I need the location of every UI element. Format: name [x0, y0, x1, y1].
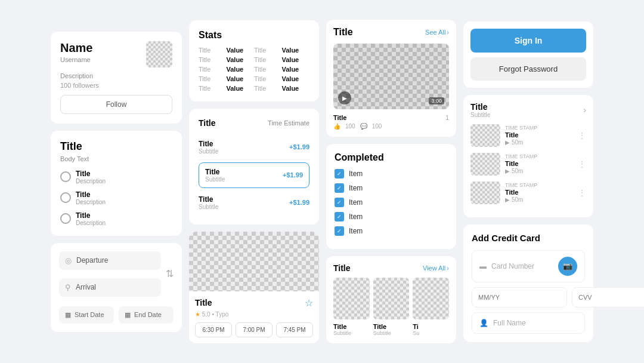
title-card-heading: Title [60, 140, 172, 153]
swap-button[interactable]: ⇅ [166, 268, 174, 279]
stat-label: Title [199, 56, 227, 63]
stats-grid: Title Value Title Value Title Value Titl… [199, 47, 309, 92]
arrival-label: Arrival [76, 283, 96, 291]
comment-count: 100 [372, 123, 382, 130]
person-icon: 👤 [479, 319, 488, 327]
play-icon-1: ▶ [505, 139, 510, 146]
check-item-3[interactable]: ✓ Item [335, 198, 448, 207]
view-all-link[interactable]: View All › [423, 264, 449, 272]
mm-yy-input[interactable] [472, 287, 567, 307]
title-card-body: Body Text [60, 155, 172, 162]
price-list-card: Title Time Estimate Title Subtitle +$1.9… [189, 109, 319, 224]
gallery-thumb-2[interactable] [373, 278, 410, 319]
card-number-row: ▬ Card Number 📷 [472, 250, 585, 282]
check-item-4[interactable]: ✓ Item [335, 212, 448, 222]
check-label-3: Item [349, 198, 363, 207]
video-thumbnail[interactable]: ▶ 3:00 [333, 44, 449, 109]
duration-1: ▶ 50m [505, 139, 573, 146]
checkbox-5: ✓ [335, 226, 344, 236]
stats-title: Stats [199, 30, 309, 41]
checkbox-3: ✓ [335, 198, 344, 207]
radio-item-3[interactable]: Title Description [60, 211, 172, 226]
profile-card: Name Username Description 100 followers … [51, 32, 182, 124]
time-slot-3[interactable]: 7:45 PM [276, 322, 313, 337]
chevron-right-icon-2: › [447, 264, 449, 272]
price-item-sub-3: Subtitle [199, 204, 218, 210]
content-item-2[interactable]: TIME STAMP Title ▶ 50m ⋮ [470, 153, 586, 176]
gallery-item-3: Ti Su [413, 323, 449, 336]
profile-followers: 100 followers [60, 82, 172, 89]
restaurant-rating: 5.0 [202, 311, 210, 318]
radio-item-1[interactable]: Title Description [60, 170, 172, 184]
price-item-title-2: Title [205, 168, 225, 176]
star-icon: ★ [195, 311, 200, 318]
check-item-5[interactable]: ✓ Item [335, 226, 448, 236]
timestamp-1: TIME STAMP [505, 125, 573, 131]
stat-value: Value [282, 47, 310, 54]
profile-username: Username [60, 56, 92, 63]
time-slot-2[interactable]: 7:00 PM [236, 322, 273, 337]
checkbox-1: ✓ [335, 169, 344, 179]
profile-name: Name [60, 41, 92, 55]
gallery-thumb-3[interactable] [413, 278, 449, 319]
more-icon-1[interactable]: ⋮ [578, 131, 586, 140]
checkbox-4: ✓ [335, 212, 344, 222]
departure-field[interactable]: ◎ Departure [59, 251, 161, 270]
sign-in-button[interactable]: Sign In [470, 29, 586, 53]
stat-value: Value [227, 56, 255, 63]
price-item-sub-2: Subtitle [205, 176, 225, 183]
comment-icon: 💬 [360, 123, 367, 130]
play-button[interactable]: ▶ [338, 91, 351, 104]
gallery-thumb-1[interactable] [333, 278, 370, 319]
follow-button[interactable]: Follow [60, 95, 172, 114]
restaurant-image [189, 232, 319, 291]
forgot-password-button[interactable]: Forgot Password [470, 57, 586, 81]
more-icon-3[interactable]: ⋮ [578, 188, 586, 198]
column-3: Title See All › ▶ 3:00 Title 👍 100 💬 100… [326, 20, 456, 343]
content-item-1[interactable]: TIME STAMP Title ▶ 50m ⋮ [470, 124, 586, 147]
check-label-1: Item [349, 170, 363, 178]
departure-label: Departure [76, 256, 108, 264]
check-item-2[interactable]: ✓ Item [335, 183, 448, 193]
more-icon-2[interactable]: ⋮ [578, 159, 586, 169]
price-tag-1: +$1.99 [289, 143, 309, 150]
see-all-link[interactable]: See All › [425, 29, 449, 36]
stat-label: Title [199, 75, 227, 82]
radio-item-2[interactable]: Title Description [60, 190, 172, 205]
end-date-label: End Date [134, 311, 162, 318]
video-duration: 3:00 [429, 97, 444, 104]
price-card-title: Title [199, 118, 216, 128]
radio-sub-2: Description [76, 199, 106, 205]
profile-description: Description [60, 72, 172, 79]
duration-3: ▶ 50m [505, 196, 573, 203]
full-name-placeholder: Full Name [493, 319, 526, 327]
content-item-3[interactable]: TIME STAMP Title ▶ 50m ⋮ [470, 182, 586, 204]
arrival-field[interactable]: ⚲ Arrival [59, 278, 161, 297]
credit-card-title: Add Credit Card [472, 233, 585, 243]
stats-card: Stats Title Value Title Value Title Valu… [189, 20, 319, 101]
stat-value: Value [227, 85, 255, 92]
content-thumb-1 [470, 124, 500, 147]
favorite-star-icon[interactable]: ☆ [305, 297, 313, 309]
price-item-selected[interactable]: Title Subtitle +$1.99 [199, 162, 309, 188]
checkbox-2: ✓ [335, 183, 344, 193]
play-icon-3: ▶ [505, 196, 510, 203]
content-list-card: Title Subtitle › TIME STAMP Title ▶ 50m … [463, 95, 593, 217]
chevron-right-icon-3[interactable]: › [583, 105, 586, 115]
location-icon: ◎ [65, 256, 72, 265]
content-list-subtitle: Subtitle [470, 112, 490, 118]
title-radio-card: Title Body Text Title Description Title … [51, 131, 182, 236]
play-icon-2: ▶ [505, 168, 510, 174]
camera-button[interactable]: 📷 [558, 257, 577, 276]
like-count: 100 [345, 123, 355, 130]
like-icon: 👍 [333, 123, 340, 130]
check-item-1[interactable]: ✓ Item [335, 169, 448, 179]
end-date-button[interactable]: ▦ End Date [119, 306, 174, 324]
restaurant-title: Title [195, 298, 212, 307]
time-slot-1[interactable]: 6:30 PM [195, 322, 232, 337]
cvv-input[interactable] [572, 287, 644, 307]
start-date-button[interactable]: ▦ Start Date [59, 306, 114, 324]
video-number: 1 [445, 114, 449, 130]
price-item-title-3: Title [199, 195, 218, 204]
stat-label: Title [199, 66, 227, 73]
